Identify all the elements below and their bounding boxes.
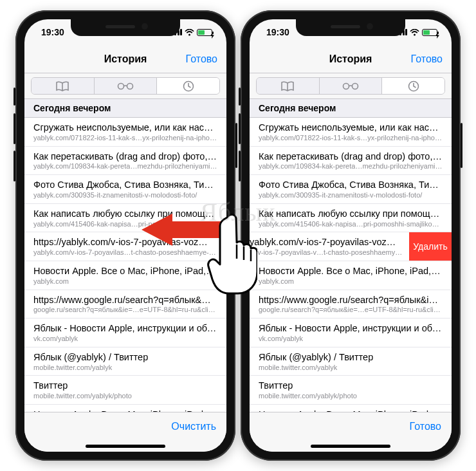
row-subtitle: yablyk.com/109834-kak-pereta…mezhdu-pril… [259, 162, 443, 171]
row-title: Как перетаскивать (drag and drop) фото, … [33, 151, 217, 163]
svg-point-8 [414, 33, 416, 35]
done-button[interactable]: Готово [186, 53, 217, 65]
row-subtitle: yablyk.com/071822-ios-11-kak-s…yx-priloz… [259, 134, 443, 143]
tab-bookmarks[interactable] [32, 78, 95, 94]
svg-point-6 [127, 83, 133, 89]
history-row[interactable]: Фото Стива Джобса, Стива Возняка, Тима К… [24, 175, 226, 204]
history-row[interactable]: Как написать любую ссылку при помощи см…… [24, 204, 226, 233]
row-title: https://www.google.ru/search?q=яблык&ie=… [259, 294, 443, 306]
tab-bookmarks[interactable] [257, 78, 320, 94]
history-row[interactable]: https://www.google.ru/search?q=яблык&ie=… [250, 290, 452, 319]
done-button[interactable]: Готово [411, 53, 443, 65]
history-row[interactable]: Яблык (@yablyk) / Твиттерmobile.twitter.… [250, 347, 452, 376]
svg-point-10 [352, 83, 358, 89]
row-title: Новости Apple. Все о Mac, iPhone, iPad, … [33, 265, 217, 277]
row-title: Фото Стива Джобса, Стива Возняка, Тима К… [33, 179, 217, 191]
book-icon [280, 81, 295, 91]
row-title: Яблык - Новости Apple, инструкции и обзо… [259, 322, 443, 335]
row-subtitle: yablyk.com [33, 277, 217, 286]
history-row[interactable]: Фото Стива Джобса, Стива Возняка, Тима К… [250, 175, 452, 204]
history-row[interactable]: yablyk.com/v-ios-7-poyavilas-vozmozh…m/v… [250, 232, 452, 261]
row-subtitle: yablyk.com [259, 277, 443, 286]
book-icon [55, 81, 69, 91]
delete-button[interactable]: Удалить [409, 232, 452, 261]
row-subtitle: yablyk.com/415406-kak-napisa…pri-pomoshh… [33, 220, 217, 229]
bottom-toolbar: Очистить [24, 412, 226, 440]
row-subtitle: yablyk.com/071822-ios-11-kak-s…yx-priloz… [33, 134, 217, 143]
segmented-control [250, 73, 452, 99]
row-title: Фото Стива Джобса, Стива Возняка, Тима К… [259, 179, 443, 191]
home-indicator [250, 440, 452, 452]
row-title: yablyk.com/v-ios-7-poyavilas-vozmozh… [250, 236, 403, 248]
row-subtitle: google.ru/search?q=яблык&ie=…e=UTF-8&hl=… [33, 306, 217, 315]
nav-title: История [329, 53, 372, 65]
row-title: Сгружать неиспользуемые, или как настрои… [259, 122, 443, 134]
home-indicator [24, 440, 226, 452]
history-row[interactable]: Яблык - Новости Apple, инструкции и обзо… [24, 319, 226, 347]
row-subtitle: yablyk.com/109834-kak-pereta…mezhdu-pril… [33, 162, 217, 171]
section-header: Сегодня вечером [250, 99, 452, 118]
tab-reading-list[interactable] [320, 78, 383, 94]
row-title: Как перетаскивать (drag and drop) фото, … [259, 151, 443, 163]
history-row[interactable]: Яблык - Новости Apple, инструкции и обзо… [250, 319, 452, 347]
notch [296, 19, 405, 36]
history-row[interactable]: Как перетаскивать (drag and drop) фото, … [24, 147, 226, 176]
tab-history[interactable] [157, 78, 219, 94]
history-row[interactable]: Твиттерmobile.twitter.com/yablyk/photo [24, 376, 226, 405]
row-title: Новости Apple. Все о Mac, iPhone, iPad, … [259, 265, 443, 277]
row-subtitle: yablyk.com/v-ios-7-poyavilas…t-chasto-po… [33, 248, 217, 257]
row-subtitle: google.ru/search?q=яблык&ie=…e=UTF-8&hl=… [259, 306, 443, 315]
svg-point-4 [188, 33, 190, 35]
history-row[interactable]: Новости Apple. Все о Mac, iPhone, iPad, … [250, 405, 452, 412]
history-row[interactable]: Новости Apple. Все о Mac, iPhone, iPad, … [24, 405, 226, 412]
row-title: Яблык (@yablyk) / Твиттер [33, 351, 217, 364]
wifi-icon [410, 29, 419, 36]
history-row[interactable]: Твиттерmobile.twitter.com/yablyk/photo [250, 376, 452, 405]
wifi-icon [185, 29, 194, 36]
row-title: Новости Apple. Все о Mac, iPhone, iPad, … [259, 409, 443, 412]
history-row[interactable]: Сгружать неиспользуемые, или как настрои… [24, 118, 226, 147]
history-row[interactable]: Новости Apple. Все о Mac, iPhone, iPad, … [250, 261, 452, 290]
row-title: Твиттер [33, 380, 217, 392]
status-time: 19:30 [266, 27, 289, 37]
history-row[interactable]: https://yablyk.com/v-ios-7-poyavilas-voz… [24, 232, 226, 261]
clock-icon [408, 80, 419, 92]
tab-reading-list[interactable] [95, 78, 158, 94]
tab-history[interactable] [382, 78, 444, 94]
history-row[interactable]: https://www.google.ru/search?q=яблык&…go… [24, 290, 226, 319]
history-list[interactable]: Сгружать неиспользуемые, или как настрои… [250, 118, 452, 412]
done-toolbar-button[interactable]: Готово [410, 421, 441, 432]
history-list[interactable]: Сгружать неиспользуемые, или как настрои… [24, 118, 226, 412]
row-subtitle: mobile.twitter.com/yablyk [33, 364, 217, 373]
navigation-bar: История Готово [24, 45, 226, 73]
glasses-icon [342, 82, 359, 90]
row-subtitle: m/v-ios-7-poyavilas-v…t-chasto-poseshhae… [250, 248, 403, 257]
row-title: Как написать любую ссылку при помощи см… [259, 208, 443, 220]
status-time: 19:30 [41, 27, 64, 37]
history-row[interactable]: Новости Apple. Все о Mac, iPhone, iPad, … [24, 261, 226, 290]
history-row[interactable]: Яблык (@yablyk) / Твиттерmobile.twitter.… [24, 347, 226, 376]
svg-point-9 [343, 83, 349, 89]
row-subtitle: yablyk.com/300935-it-znamenitosti-v-molo… [259, 191, 443, 200]
row-title: Как написать любую ссылку при помощи см… [33, 208, 217, 220]
history-row[interactable]: Сгружать неиспользуемые, или как настрои… [250, 118, 452, 147]
history-row[interactable]: Как написать любую ссылку при помощи см…… [250, 204, 452, 233]
phone-right: 19:30 История Готово [241, 10, 461, 461]
glasses-icon [117, 82, 134, 90]
row-subtitle: mobile.twitter.com/yablyk [259, 364, 443, 373]
row-subtitle: mobile.twitter.com/yablyk/photo [259, 392, 443, 401]
clock-icon [183, 80, 194, 92]
row-title: Новости Apple. Все о Mac, iPhone, iPad, … [33, 409, 217, 412]
history-row[interactable]: Как перетаскивать (drag and drop) фото, … [250, 147, 452, 176]
notch [71, 19, 180, 36]
row-title: Твиттер [259, 380, 443, 392]
row-subtitle: mobile.twitter.com/yablyk/photo [33, 392, 217, 401]
row-title: https://yablyk.com/v-ios-7-poyavilas-voz… [33, 236, 217, 248]
nav-title: История [104, 53, 147, 65]
row-subtitle: vk.com/yablyk [259, 335, 443, 344]
row-subtitle: yablyk.com/415406-kak-napisa…pri-pomoshh… [259, 220, 443, 229]
bottom-toolbar: Готово [250, 412, 452, 440]
navigation-bar: История Готово [250, 45, 452, 73]
row-subtitle: vk.com/yablyk [33, 335, 217, 344]
clear-button[interactable]: Очистить [171, 421, 216, 432]
